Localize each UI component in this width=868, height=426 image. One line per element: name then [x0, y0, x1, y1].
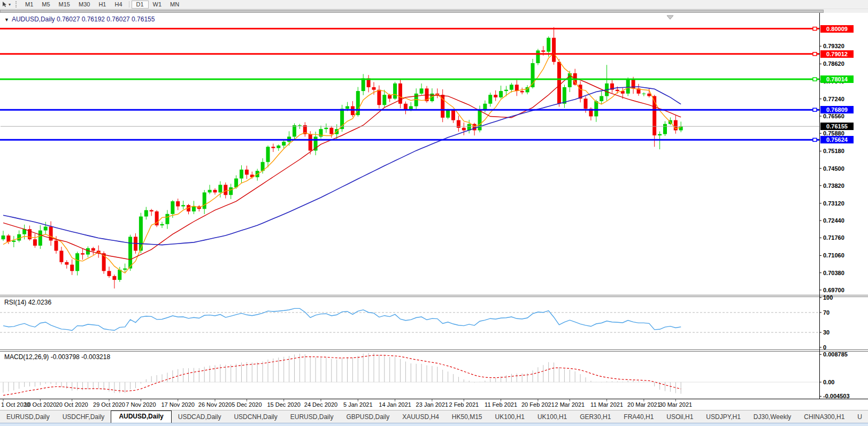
candle-body [594, 101, 598, 116]
candle-body [165, 214, 169, 224]
candle-body [245, 170, 249, 174]
timeframe-button-m1[interactable]: M1 [21, 1, 37, 9]
timeframe-button-m30[interactable]: M30 [74, 1, 94, 9]
tab-eurusd-daily[interactable]: EURUSD,Daily [0, 412, 56, 423]
candle [626, 78, 630, 96]
tab-u[interactable]: U [851, 412, 868, 423]
timeframe-button-d1[interactable]: D1 [132, 1, 149, 9]
candle-body [451, 110, 455, 120]
candle-body [75, 253, 79, 271]
price-tick-label: 0.74500 [823, 165, 844, 172]
candle-body [494, 95, 497, 97]
date-label: 2 Feb 2021 [449, 401, 479, 408]
tab-usdchf-daily[interactable]: USDCHF,Daily [56, 412, 111, 423]
timeframe-button-group: M1M5M15M30H1H4D1W1MN [21, 1, 183, 9]
tab-usoil-h1[interactable]: USOil,H1 [660, 412, 700, 423]
candle-body [176, 201, 180, 206]
candle-body [626, 80, 630, 94]
chart-horizontal-scrollbar[interactable] [0, 9, 868, 13]
candle-body [218, 185, 222, 192]
date-label: 2 Mar 2021 [555, 401, 585, 408]
collapse-triangle-icon[interactable]: ▼ [4, 17, 9, 22]
candle-body [293, 125, 296, 136]
candle [393, 82, 397, 100]
timeframe-button-m15[interactable]: M15 [55, 1, 74, 9]
price-tick-label: 0.72440 [823, 217, 844, 224]
date-label: 23 Jan 2021 [416, 401, 449, 408]
candle-body [276, 146, 280, 148]
tab-uk100-h1[interactable]: UK100,H1 [489, 412, 531, 423]
candle-body [12, 241, 16, 242]
date-label: 24 Dec 2020 [304, 401, 337, 408]
chevron-down-icon: ▾ [9, 2, 11, 7]
candle-body [647, 94, 651, 96]
toolbar-grip-handle[interactable] [16, 1, 18, 7]
candle-body [510, 85, 513, 89]
candle-body [446, 110, 450, 118]
candle-body [282, 142, 286, 146]
candle-body [55, 241, 58, 251]
candle [536, 49, 540, 65]
tab-usdcnh-daily[interactable]: USDCNH,Daily [227, 412, 283, 423]
rsi-tick-label: 30 [823, 329, 829, 336]
candle-body [557, 62, 561, 104]
candle-body [473, 124, 477, 131]
price-tick-label: 0.71760 [823, 234, 844, 241]
top-toolbar: ▾ M1M5M15M30H1H4D1W1MN [0, 0, 868, 9]
tab-audusd-daily[interactable]: AUDUSD,Daily [111, 410, 171, 423]
date-label: 10 Oct 2020 [24, 401, 56, 408]
candle-body [271, 147, 275, 148]
candle-body [393, 83, 397, 98]
price-tick-label: 0.69700 [823, 287, 844, 293]
candle-body [91, 248, 95, 251]
tab-usdjpy-h1[interactable]: USDJPY,H1 [700, 412, 747, 423]
level-price-badge: 0.75624 [820, 136, 854, 143]
tab-gbpusd-daily[interactable]: GBPUSD,Daily [340, 412, 396, 423]
candle-body [462, 128, 466, 131]
tab-usdcad-daily[interactable]: USDCAD,Daily [172, 412, 228, 423]
level-line-anchor [813, 108, 817, 111]
timeframe-button-w1[interactable]: W1 [149, 1, 166, 9]
tab-uk100-h1[interactable]: UK100,H1 [531, 412, 573, 423]
cursor-tool-button[interactable]: ▾ [0, 0, 12, 9]
candle-body [208, 190, 212, 193]
timeframe-button-m5[interactable]: M5 [37, 1, 54, 9]
candle-body [362, 78, 365, 91]
candle-body [351, 107, 355, 116]
date-label: 20 Feb 2021 [521, 401, 555, 408]
macd-indicator-label: MACD(12,26,9) -0.003798 -0.003218 [4, 353, 110, 361]
timeframe-button-h4[interactable]: H4 [110, 1, 126, 9]
candle-body [123, 269, 127, 270]
candle-body [616, 90, 619, 91]
candle-body [70, 265, 74, 271]
tab-hk50-m15[interactable]: HK50,M15 [445, 412, 489, 423]
candle-body [65, 262, 68, 265]
timeframe-button-mn[interactable]: MN [166, 1, 183, 9]
candle-body [298, 125, 302, 126]
candle-body [107, 271, 111, 276]
date-label: 7 Nov 2020 [126, 401, 156, 408]
chart-window[interactable]: ▼AUDUSD,Daily 0.76027 0.76192 0.76027 0.… [0, 13, 868, 410]
candle-body [144, 210, 148, 217]
candle-body [192, 207, 196, 211]
candle-body [309, 134, 312, 151]
candle-body [229, 187, 233, 195]
tab-fra40-h1[interactable]: FRA40,H1 [617, 412, 660, 423]
tab-dj30-weekly[interactable]: DJ30,Weekly [747, 412, 797, 423]
rsi-tick-label: 0 [823, 344, 826, 351]
candle-body [329, 128, 333, 134]
candle-body [382, 95, 386, 105]
tab-china300-h1[interactable]: CHINA300,H1 [797, 412, 851, 423]
tab-ger30-h1[interactable]: GER30,H1 [573, 412, 617, 423]
timeframe-button-h1[interactable]: H1 [94, 1, 110, 9]
tab-xauusd-h4[interactable]: XAUUSD,H4 [396, 412, 445, 423]
tab-eurusd-daily[interactable]: EURUSD,Daily [284, 412, 340, 423]
candle-body [579, 85, 582, 98]
macd-tick-label: -0.004503 [823, 393, 850, 399]
candle-body [536, 50, 540, 63]
price-chart-canvas[interactable]: 1 Oct 202010 Oct 202020 Oct 202029 Oct 2… [0, 13, 868, 410]
date-label: 17 Nov 2020 [162, 401, 195, 408]
candle-body [160, 224, 164, 225]
macd-tick-label: 0.008785 [823, 351, 848, 357]
candle-body [679, 126, 683, 130]
